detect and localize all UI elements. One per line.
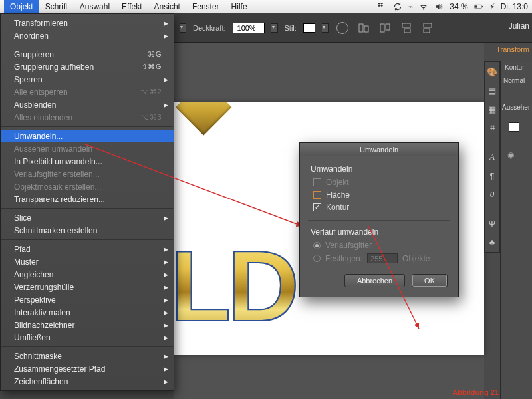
zero-icon[interactable]: 0 — [486, 188, 498, 200]
opt-fill[interactable]: Fläche — [313, 190, 448, 200]
menu-item-verlaufsgitter-erstellen: Verlaufsgitter erstellen... — [1, 168, 174, 180]
menu-item-umwandeln[interactable]: Umwandeln... — [1, 130, 174, 142]
artboard-icon[interactable]: ▦ — [486, 103, 498, 115]
bluetooth-icon[interactable]: ⌁ — [408, 2, 413, 11]
svg-rect-2 — [475, 5, 477, 7]
menu-item-label: Sperren — [14, 75, 162, 84]
menu-item-anordnen[interactable]: Anordnen▶ — [1, 29, 174, 42]
svg-rect-7 — [402, 23, 410, 27]
opts-dropdown-icon[interactable] — [180, 23, 186, 33]
menu-item-verzerrungsh-lle[interactable]: Verzerrungshülle▶ — [1, 281, 174, 293]
submenu-arrow-icon: ▶ — [164, 297, 168, 303]
menu-item-zusammengesetzter-pfad[interactable]: Zusammengesetzter Pfad▶ — [1, 362, 174, 375]
cancel-button[interactable]: Abbrechen — [344, 274, 405, 287]
menu-objekt[interactable]: Objekt — [4, 0, 39, 13]
opt-specify: Festlegen: Objekte — [313, 253, 448, 263]
gold-decoration — [176, 102, 232, 136]
menu-item-label: Slice — [14, 213, 162, 223]
menubar-clock[interactable]: Di. 13:0 — [501, 2, 528, 11]
charging-icon: ⚡︎ — [489, 2, 495, 11]
svg-rect-10 — [424, 29, 430, 33]
menu-item-bildnachzeichner[interactable]: Bildnachzeichner▶ — [1, 319, 174, 331]
menu-item-label: Ausblenden — [14, 100, 162, 110]
menu-item-slice[interactable]: Slice▶ — [1, 211, 174, 224]
volume-icon[interactable] — [434, 2, 444, 11]
menu-item-in-pixelbild-umwandeln[interactable]: In Pixelbild umwandeln... — [1, 155, 174, 168]
palette-icon[interactable]: 🎨 — [486, 66, 498, 78]
wifi-icon[interactable] — [419, 2, 428, 11]
appearance-swatch[interactable] — [509, 122, 519, 132]
usb-icon[interactable]: Ψ — [486, 217, 498, 229]
menu-item-aussehen-umwandeln: Aussehen umwandeln — [1, 142, 174, 155]
menu-ansicht[interactable]: Ansicht — [148, 0, 186, 13]
transform-panel-link[interactable]: Transform — [496, 45, 529, 53]
style-swatch[interactable] — [303, 23, 315, 33]
submenu-arrow-icon: ▶ — [164, 33, 168, 39]
menu-item-interaktiv-malen[interactable]: Interaktiv malen▶ — [1, 306, 174, 319]
menu-item-label: Schnittmaske — [14, 352, 162, 361]
menu-item-angleichen[interactable]: Angleichen▶ — [1, 268, 174, 281]
ok-button[interactable]: OK — [412, 274, 448, 287]
align-icon-4[interactable] — [420, 21, 435, 35]
submenu-arrow-icon: ▶ — [164, 353, 168, 360]
expand-group-title: Umwandeln — [311, 164, 448, 174]
crop-icon[interactable]: ⌗ — [486, 122, 498, 134]
checkbox-stroke[interactable] — [313, 203, 321, 211]
menu-item-transformieren[interactable]: Transformieren▶ — [1, 17, 174, 29]
sync-icon[interactable] — [393, 2, 402, 11]
menu-item-umflie-en[interactable]: Umfließen▶ — [1, 331, 174, 344]
pilcrow-icon[interactable]: ¶ — [486, 170, 498, 182]
opacity-input[interactable]: 100% — [233, 23, 265, 33]
submenu-arrow-icon: ▶ — [164, 322, 168, 329]
menu-item-sperren[interactable]: Sperren▶ — [1, 73, 174, 86]
svg-rect-4 — [364, 26, 368, 32]
submenu-arrow-icon: ▶ — [164, 246, 168, 253]
submenu-arrow-icon: ▶ — [164, 102, 168, 108]
align-icon-1[interactable] — [356, 21, 371, 35]
opt-gradient-mesh: Verlaufsgitter — [313, 241, 448, 250]
align-icon-3[interactable] — [399, 21, 414, 35]
menu-hilfe[interactable]: Hilfe — [225, 0, 253, 13]
submenu-arrow-icon: ▶ — [164, 284, 168, 291]
menu-item-schnittmarken-erstellen[interactable]: Schnittmarken erstellen — [1, 224, 174, 237]
menu-item-gruppieren[interactable]: Gruppieren⌘G — [1, 48, 174, 61]
menu-effekt[interactable]: Effekt — [116, 0, 148, 13]
menu-item-ausblenden[interactable]: Ausblenden▶ — [1, 98, 174, 111]
club-icon[interactable]: ♣ — [486, 236, 498, 248]
align-icon-2[interactable] — [378, 21, 392, 35]
menu-item-pfad[interactable]: Pfad▶ — [1, 243, 174, 255]
menu-item-zeichenfl-chen[interactable]: Zeichenflächen▶ — [1, 375, 174, 388]
menu-fenster[interactable]: Fenster — [186, 0, 225, 13]
menu-item-alles-einblenden: Alles einblenden⌥⌘3 — [1, 111, 174, 124]
type-icon[interactable]: A — [486, 151, 498, 163]
aussehen-tab[interactable]: Aussehen — [502, 104, 531, 111]
submenu-arrow-icon: ▶ — [164, 76, 168, 83]
menu-item-label: Angleichen — [14, 270, 162, 279]
menu-item-label: Umfließen — [14, 333, 162, 342]
dropbox-icon[interactable] — [378, 2, 387, 11]
menu-auswahl[interactable]: Auswahl — [74, 0, 116, 13]
menu-item-label: In Pixelbild umwandeln... — [14, 157, 162, 166]
gold-text-object[interactable]: LD — [174, 229, 295, 344]
menu-item-schnittmaske[interactable]: Schnittmaske▶ — [1, 350, 174, 362]
figure-caption: Abbildung 21 — [452, 388, 499, 396]
globe-icon[interactable] — [335, 21, 350, 35]
menu-schrift[interactable]: Schrift — [39, 0, 74, 13]
menu-item-transparenz-reduzieren[interactable]: Transparenz reduzieren... — [1, 193, 174, 205]
opacity-dd-icon[interactable] — [271, 23, 278, 33]
menu-item-label: Gruppieren — [14, 50, 148, 59]
style-dd-icon[interactable] — [322, 23, 329, 33]
opt-stroke[interactable]: Kontur — [313, 203, 448, 212]
dialog-title: Umwandeln — [300, 143, 458, 156]
eye-icon[interactable]: ◉ — [507, 150, 514, 160]
menu-item-gruppierung-aufheben[interactable]: Gruppierung aufheben⇧⌘G — [1, 61, 174, 73]
opt-stroke-label: Kontur — [326, 203, 349, 212]
checkbox-fill[interactable] — [313, 191, 321, 199]
blend-mode-label[interactable]: Normal — [503, 77, 525, 84]
menu-item-muster[interactable]: Muster▶ — [1, 255, 174, 268]
menu-item-label: Perspektive — [14, 295, 162, 305]
kontur-tab[interactable]: Kontur — [501, 61, 532, 74]
layers-icon[interactable]: ▤ — [486, 84, 498, 96]
menu-item-perspektive[interactable]: Perspektive▶ — [1, 293, 174, 306]
battery-icon[interactable] — [474, 2, 483, 11]
